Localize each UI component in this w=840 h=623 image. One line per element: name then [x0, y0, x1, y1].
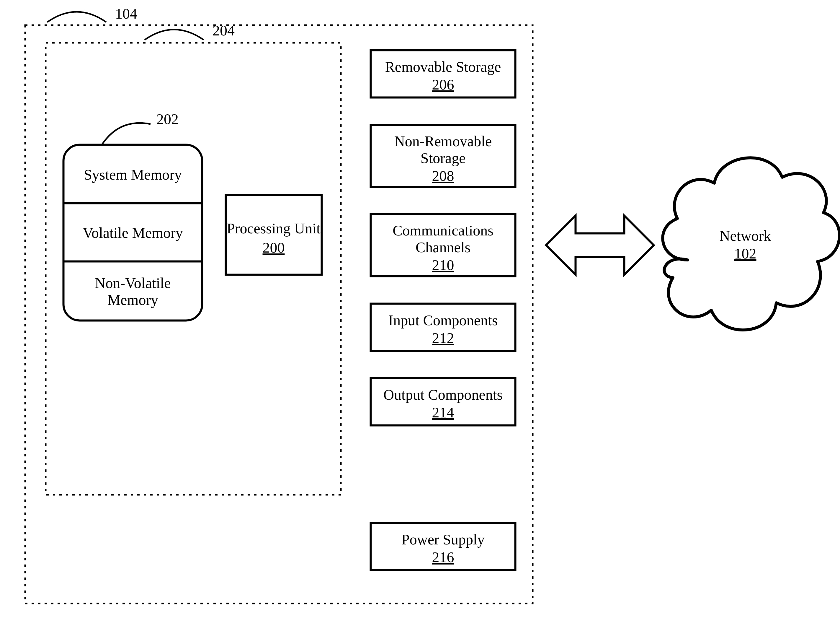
processing-label: Processing Unit [227, 220, 321, 236]
memory-system-label: System Memory [84, 166, 182, 183]
memory-nonvolatile-l2: Memory [107, 292, 158, 308]
ref-arc-202 [102, 123, 150, 145]
output-label: Output Components [383, 387, 503, 403]
input-label: Input Components [389, 312, 498, 328]
output-num: 214 [432, 404, 454, 420]
comm-l2: Channels [416, 239, 470, 256]
network-label: Network [719, 227, 771, 244]
double-arrow-icon [546, 216, 654, 275]
power-num: 216 [432, 549, 454, 565]
input-components-block: Input Components 212 [371, 304, 515, 351]
comm-l1: Communications [393, 222, 494, 239]
network-num: 102 [734, 245, 756, 262]
ref-arc-204 [145, 29, 203, 40]
nonremovable-storage-block: Non-Removable Storage 208 [371, 125, 515, 187]
output-components-block: Output Components 214 [371, 378, 515, 425]
inner-box [46, 43, 341, 495]
processing-unit-block: Processing Unit 200 [226, 195, 322, 275]
ref-104: 104 [115, 5, 137, 22]
diagram-root: 104 204 System Memory Volatile Memory No… [0, 0, 840, 623]
processing-num: 200 [263, 239, 285, 256]
nonremovable-l2: Storage [421, 150, 466, 166]
memory-volatile-label: Volatile Memory [83, 224, 183, 241]
nonremovable-l1: Non-Removable [394, 133, 492, 149]
input-num: 212 [432, 330, 454, 346]
ref-202: 202 [156, 111, 179, 127]
nonremovable-num: 208 [432, 167, 454, 184]
removable-storage-block: Removable Storage 206 [371, 50, 515, 97]
ref-arc-104 [47, 12, 106, 22]
network-cloud: Network 102 [663, 158, 839, 330]
ref-204: 204 [213, 22, 235, 39]
memory-block: System Memory Volatile Memory Non-Volati… [63, 145, 202, 321]
removable-num: 206 [432, 76, 454, 93]
power-supply-block: Power Supply 216 [371, 523, 515, 570]
removable-label: Removable Storage [385, 58, 501, 75]
comm-channels-block: Communications Channels 210 [371, 214, 515, 276]
comm-num: 210 [432, 257, 454, 273]
memory-nonvolatile-l1: Non-Volatile [95, 275, 171, 291]
power-label: Power Supply [401, 531, 485, 548]
